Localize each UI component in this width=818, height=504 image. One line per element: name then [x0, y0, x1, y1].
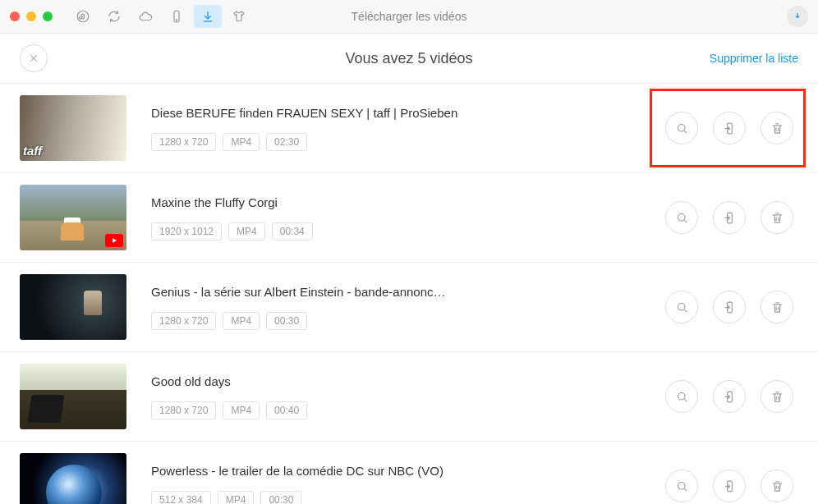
- format-tag: MP4: [223, 312, 260, 330]
- transfer-button[interactable]: [713, 291, 746, 323]
- resolution-tag: 1280 x 720: [151, 401, 216, 419]
- video-list: taff Diese BERUFE finden FRAUEN SEXY | t…: [0, 84, 818, 504]
- svg-point-2: [176, 20, 177, 21]
- row-actions: [665, 470, 798, 502]
- video-title: Powerless - le trailer de la comédie DC …: [151, 464, 665, 478]
- transfer-button[interactable]: [713, 201, 746, 234]
- duration-tag: 00:40: [266, 401, 307, 419]
- reveal-button[interactable]: [665, 112, 698, 144]
- video-thumbnail[interactable]: [20, 453, 126, 504]
- video-info: Genius - la série sur Albert Einstein - …: [151, 285, 665, 330]
- window-minimize[interactable]: [26, 11, 36, 21]
- transfer-button[interactable]: [713, 470, 746, 502]
- refresh-icon[interactable]: [100, 5, 128, 28]
- toolbar-nav: [69, 5, 253, 28]
- video-info: Powerless - le trailer de la comédie DC …: [151, 464, 665, 505]
- svg-point-5: [678, 213, 685, 221]
- youtube-badge-icon: [105, 234, 123, 247]
- transfer-button[interactable]: [713, 112, 746, 144]
- duration-tag: 02:30: [266, 133, 307, 151]
- duration-tag: 00:30: [266, 312, 307, 330]
- row-actions: [665, 112, 798, 144]
- svg-point-3: [678, 124, 685, 131]
- window-controls: [10, 11, 53, 21]
- resolution-tag: 1280 x 720: [151, 312, 216, 330]
- row-actions: [665, 380, 798, 413]
- video-row: Maxine the Fluffy Corgi 1920 x 1012 MP4 …: [0, 173, 818, 263]
- delete-button[interactable]: [761, 201, 793, 234]
- row-actions: [665, 201, 798, 234]
- resolution-tag: 1280 x 720: [151, 133, 216, 151]
- music-library-icon[interactable]: [69, 5, 97, 28]
- video-title: Genius - la série sur Albert Einstein - …: [151, 285, 665, 299]
- svg-point-9: [678, 392, 685, 400]
- resolution-tag: 1920 x 1012: [151, 222, 222, 241]
- delete-button[interactable]: [761, 470, 793, 502]
- reveal-button[interactable]: [665, 291, 698, 323]
- video-title: Good old days: [151, 374, 665, 388]
- duration-tag: 00:30: [260, 491, 301, 505]
- delete-button[interactable]: [761, 380, 793, 413]
- cloud-icon[interactable]: [131, 5, 159, 28]
- svg-point-7: [678, 303, 685, 310]
- video-thumbnail[interactable]: [20, 185, 126, 250]
- window-zoom[interactable]: [43, 11, 53, 21]
- download-indicator-icon[interactable]: [787, 6, 808, 27]
- video-info: Good old days 1280 x 720 MP4 00:40: [151, 374, 665, 419]
- device-icon[interactable]: [163, 5, 191, 28]
- reveal-button[interactable]: [665, 380, 698, 413]
- window-title: Télécharger les vidéos: [352, 10, 467, 23]
- svg-point-11: [678, 482, 685, 489]
- video-thumbnail[interactable]: [20, 274, 126, 340]
- window-close[interactable]: [10, 11, 20, 21]
- video-thumbnail[interactable]: taff: [20, 95, 126, 161]
- format-tag: MP4: [223, 133, 260, 151]
- reveal-button[interactable]: [665, 201, 698, 234]
- delete-button[interactable]: [761, 112, 793, 144]
- video-info: Maxine the Fluffy Corgi 1920 x 1012 MP4 …: [151, 195, 665, 241]
- close-button[interactable]: [20, 44, 48, 72]
- format-tag: MP4: [228, 222, 265, 241]
- delete-button[interactable]: [761, 291, 793, 323]
- reveal-button[interactable]: [665, 470, 698, 502]
- page-title: Vous avez 5 vidéos: [345, 50, 472, 67]
- video-row: Powerless - le trailer de la comédie DC …: [0, 442, 818, 504]
- format-tag: MP4: [223, 401, 260, 419]
- tshirt-icon[interactable]: [225, 5, 253, 28]
- video-info: Diese BERUFE finden FRAUEN SEXY | taff |…: [151, 106, 665, 151]
- list-header: Vous avez 5 vidéos Supprimer la liste: [0, 34, 818, 84]
- thumbnail-badge: taff: [23, 144, 42, 158]
- download-tab-icon[interactable]: [194, 5, 222, 28]
- video-title: Diese BERUFE finden FRAUEN SEXY | taff |…: [151, 106, 665, 120]
- video-row: Good old days 1280 x 720 MP4 00:40: [0, 352, 818, 442]
- clear-list-link[interactable]: Supprimer la liste: [710, 52, 798, 65]
- video-title: Maxine the Fluffy Corgi: [151, 195, 665, 209]
- format-tag: MP4: [218, 491, 255, 505]
- duration-tag: 00:34: [272, 222, 313, 241]
- video-thumbnail[interactable]: [20, 364, 126, 429]
- transfer-button[interactable]: [713, 380, 746, 413]
- row-actions: [665, 291, 798, 323]
- video-row: Genius - la série sur Albert Einstein - …: [0, 263, 818, 352]
- resolution-tag: 512 x 384: [151, 491, 211, 505]
- video-row: taff Diese BERUFE finden FRAUEN SEXY | t…: [0, 84, 818, 173]
- title-bar: Télécharger les vidéos: [0, 0, 818, 34]
